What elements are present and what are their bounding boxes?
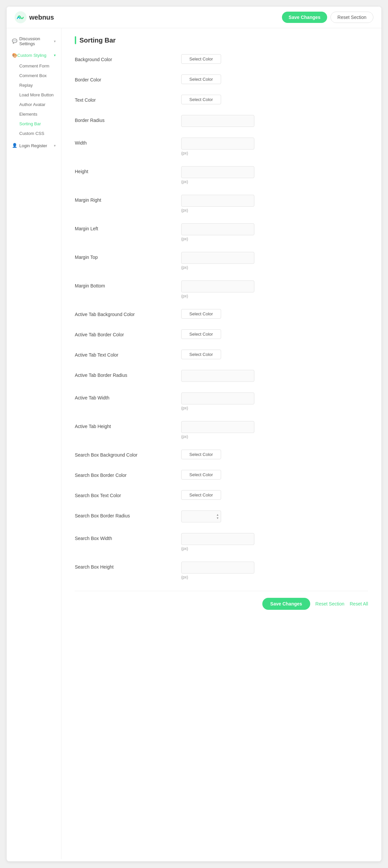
form-row-margin-top: Margin Top(px) <box>75 252 368 271</box>
number-input-search-box-border-radius[interactable] <box>181 510 221 522</box>
number-arrows-search-box-border-radius: ▲▼ <box>216 514 219 520</box>
color-btn-search-box-bg-color[interactable]: Select Color <box>181 450 221 459</box>
header-save-button[interactable]: Save Changes <box>282 12 327 23</box>
custom-styling-chevron: ▾ <box>54 53 56 58</box>
control-width: (px) <box>181 137 368 156</box>
form-row-active-tab-bg-color: Active Tab Background ColorSelect Color <box>75 309 368 320</box>
logo: webnus <box>14 11 54 23</box>
sidebar-discussion-header-left: 💬 Discussion Settings <box>12 36 54 46</box>
arrow-up-search-box-border-radius[interactable]: ▲ <box>216 514 219 517</box>
sidebar-item-custom-css[interactable]: Custom CSS <box>7 129 61 138</box>
label-margin-top: Margin Top <box>75 252 181 260</box>
sidebar-custom-styling-header[interactable]: 🎨 Custom Styling ▾ <box>7 50 61 60</box>
label-text-color: Text Color <box>75 95 181 103</box>
sidebar-discussion-settings-header[interactable]: 💬 Discussion Settings ▾ <box>7 34 61 49</box>
text-input-active-tab-height[interactable] <box>181 421 255 433</box>
sidebar-item-comment-form[interactable]: Comment Form <box>7 61 61 71</box>
sidebar-discussion-label: Discussion Settings <box>19 36 54 46</box>
sidebar: 💬 Discussion Settings ▾ 🎨 Custom Styling… <box>7 28 61 859</box>
form-row-margin-left: Margin Left(px) <box>75 223 368 243</box>
section-title-text: Sorting Bar <box>80 36 116 44</box>
control-border-radius <box>181 115 368 127</box>
header-reset-button[interactable]: Reset Section <box>330 12 374 23</box>
color-btn-active-tab-bg-color[interactable]: Select Color <box>181 309 221 319</box>
text-input-search-box-height[interactable] <box>181 562 255 574</box>
px-label-margin-left: (px) <box>181 237 368 241</box>
color-btn-active-tab-border-color[interactable]: Select Color <box>181 329 221 339</box>
text-input-margin-right[interactable] <box>181 195 255 207</box>
px-label-search-box-height: (px) <box>181 575 368 580</box>
control-search-box-text-color: Select Color <box>181 490 368 500</box>
form-row-border-color: Border ColorSelect Color <box>75 74 368 85</box>
custom-styling-header-left: 🎨 Custom Styling <box>12 53 46 58</box>
label-border-radius: Border Radius <box>75 115 181 123</box>
sidebar-custom-styling-label: Custom Styling <box>17 53 46 58</box>
form-row-background-color: Background ColorSelect Color <box>75 54 368 65</box>
form-row-active-tab-border-radius: Active Tab Border Radius <box>75 370 368 383</box>
control-border-color: Select Color <box>181 74 368 84</box>
control-margin-right: (px) <box>181 195 368 213</box>
sidebar-sub-items: Comment Form Comment Box Replay Load Mor… <box>7 60 61 139</box>
label-search-box-border-color: Search Box Border Color <box>75 470 181 478</box>
sidebar-item-sorting-bar[interactable]: Sorting Bar <box>7 119 61 129</box>
control-search-box-border-radius: ▲▼ <box>181 510 368 522</box>
arrow-down-search-box-border-radius[interactable]: ▼ <box>216 517 219 520</box>
text-input-width[interactable] <box>181 137 255 150</box>
footer-reset-section-button[interactable]: Reset Section <box>316 601 345 607</box>
form-row-text-color: Text ColorSelect Color <box>75 95 368 106</box>
px-label-active-tab-height: (px) <box>181 434 368 439</box>
color-btn-background-color[interactable]: Select Color <box>181 54 221 64</box>
footer-reset-all-button[interactable]: Reset All <box>350 601 368 607</box>
login-register-chevron: ▾ <box>54 144 56 148</box>
sidebar-login-register-label: Login Register <box>19 143 47 148</box>
form-row-search-box-border-color: Search Box Border ColorSelect Color <box>75 470 368 481</box>
discussion-icon: 💬 <box>12 38 17 44</box>
sidebar-item-elements[interactable]: Elements <box>7 109 61 119</box>
text-input-border-radius[interactable] <box>181 115 255 127</box>
color-btn-border-color[interactable]: Select Color <box>181 74 221 84</box>
label-margin-left: Margin Left <box>75 223 181 231</box>
form-row-search-box-height: Search Box Height(px) <box>75 562 368 581</box>
text-input-active-tab-width[interactable] <box>181 393 255 404</box>
text-input-margin-bottom[interactable] <box>181 280 255 292</box>
sidebar-login-register-header[interactable]: 👤 Login Register ▾ <box>7 140 61 151</box>
color-btn-text-color[interactable]: Select Color <box>181 95 221 104</box>
section-title-bar <box>75 36 76 44</box>
text-input-height[interactable] <box>181 166 255 178</box>
label-active-tab-height: Active Tab Height <box>75 421 181 429</box>
number-wrapper-search-box-border-radius: ▲▼ <box>181 510 221 522</box>
control-active-tab-text-color: Select Color <box>181 350 368 359</box>
sidebar-item-replay[interactable]: Replay <box>7 81 61 90</box>
control-active-tab-border-radius <box>181 370 368 382</box>
control-active-tab-bg-color: Select Color <box>181 309 368 319</box>
text-input-active-tab-border-radius[interactable] <box>181 370 255 382</box>
px-label-width: (px) <box>181 151 368 156</box>
login-register-header-left: 👤 Login Register <box>12 143 47 148</box>
form-row-search-box-width: Search Box Width(px) <box>75 533 368 552</box>
text-input-margin-top[interactable] <box>181 252 255 264</box>
main-content: Sorting Bar Background ColorSelect Color… <box>61 28 381 859</box>
footer-buttons: Save Changes Reset Section Reset All <box>75 591 368 616</box>
form-row-width: Width(px) <box>75 137 368 157</box>
control-margin-bottom: (px) <box>181 280 368 299</box>
label-height: Height <box>75 166 181 174</box>
px-label-margin-top: (px) <box>181 265 368 270</box>
form-row-height: Height(px) <box>75 166 368 185</box>
color-btn-search-box-border-color[interactable]: Select Color <box>181 470 221 479</box>
paint-icon: 🎨 <box>12 53 17 58</box>
sidebar-item-comment-box[interactable]: Comment Box <box>7 71 61 81</box>
sidebar-item-load-more-button[interactable]: Load More Button <box>7 90 61 100</box>
color-btn-active-tab-text-color[interactable]: Select Color <box>181 350 221 359</box>
header: webnus Save Changes Reset Section <box>7 7 381 28</box>
px-label-margin-right: (px) <box>181 208 368 213</box>
header-buttons: Save Changes Reset Section <box>282 12 374 23</box>
footer-save-button[interactable]: Save Changes <box>262 598 310 610</box>
sidebar-item-author-avatar[interactable]: Author Avatar <box>7 100 61 109</box>
text-input-search-box-width[interactable] <box>181 533 255 545</box>
label-active-tab-border-color: Active Tab Border Color <box>75 329 181 337</box>
control-background-color: Select Color <box>181 54 368 64</box>
color-btn-search-box-text-color[interactable]: Select Color <box>181 490 221 500</box>
text-input-margin-left[interactable] <box>181 223 255 235</box>
label-border-color: Border Color <box>75 74 181 83</box>
label-search-box-text-color: Search Box Text Color <box>75 490 181 498</box>
